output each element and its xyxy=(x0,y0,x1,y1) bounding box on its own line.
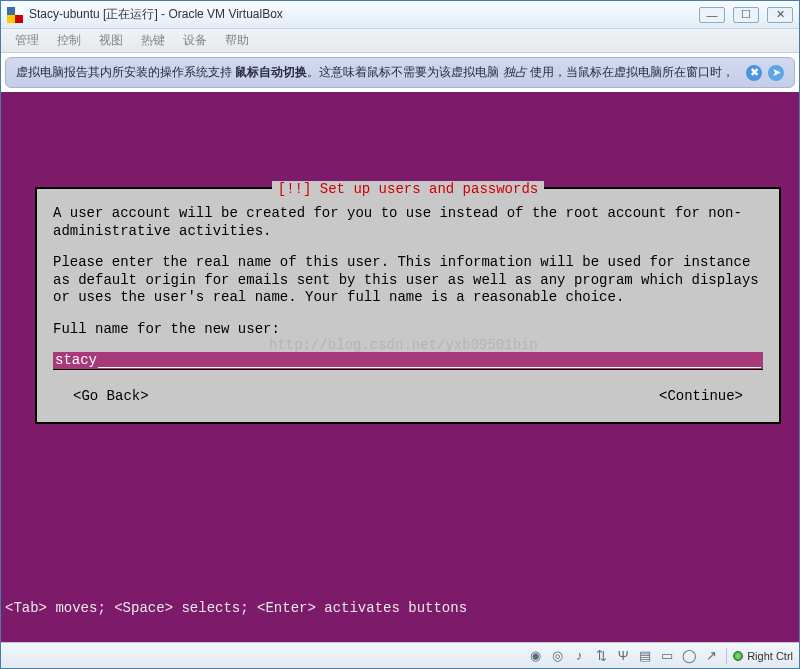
window-title: Stacy-ubuntu [正在运行] - Oracle VM VirtualB… xyxy=(29,6,699,23)
hdd-icon[interactable]: ◉ xyxy=(526,647,544,665)
maximize-button[interactable]: ☐ xyxy=(733,7,759,23)
installer-dialog: [!!] Set up users and passwords A user a… xyxy=(35,187,781,424)
menu-view[interactable]: 视图 xyxy=(91,30,131,51)
banner-info-icon[interactable]: ➤ xyxy=(768,65,784,81)
virtualbox-icon xyxy=(7,7,23,23)
menubar: 管理 控制 视图 热键 设备 帮助 xyxy=(1,29,799,53)
banner-prefix: 虚拟电脑报告其内所安装的操作系统支持 xyxy=(16,65,235,79)
audio-icon[interactable]: ♪ xyxy=(570,647,588,665)
banner-dismiss-icon[interactable]: ✖ xyxy=(746,65,762,81)
titlebar[interactable]: Stacy-ubuntu [正在运行] - Oracle VM VirtualB… xyxy=(1,1,799,29)
banner-mid: 。这意味着鼠标不需要为该虚拟电脑 xyxy=(307,65,502,79)
banner-suffix: 使用，当鼠标在虚拟电脑所在窗口时， xyxy=(527,65,734,79)
menu-manage[interactable]: 管理 xyxy=(7,30,47,51)
menu-control[interactable]: 控制 xyxy=(49,30,89,51)
dialog-title: [!!] Set up users and passwords xyxy=(272,181,544,197)
usb-icon[interactable]: Ψ xyxy=(614,647,632,665)
menu-hotkey[interactable]: 热键 xyxy=(133,30,173,51)
host-key-led-icon xyxy=(733,651,743,661)
menu-devices[interactable]: 设备 xyxy=(175,30,215,51)
host-key-indicator[interactable]: Right Ctrl xyxy=(733,650,793,662)
dialog-paragraph-2: Please enter the real name of this user.… xyxy=(53,254,763,307)
optical-icon[interactable]: ◎ xyxy=(548,647,566,665)
input-underline xyxy=(98,354,761,368)
fullname-value: stacy xyxy=(55,352,97,370)
menu-help[interactable]: 帮助 xyxy=(217,30,257,51)
display-icon[interactable]: ▭ xyxy=(658,647,676,665)
status-separator xyxy=(726,648,727,664)
fullname-input[interactable]: stacy xyxy=(53,352,763,370)
go-back-button[interactable]: <Go Back> xyxy=(73,388,149,406)
minimize-button[interactable]: — xyxy=(699,7,725,23)
mouse-integration-icon[interactable]: ↗ xyxy=(702,647,720,665)
continue-button[interactable]: <Continue> xyxy=(659,388,743,406)
shared-folder-icon[interactable]: ▤ xyxy=(636,647,654,665)
recording-icon[interactable]: ◯ xyxy=(680,647,698,665)
network-icon[interactable]: ⇅ xyxy=(592,647,610,665)
host-key-label: Right Ctrl xyxy=(747,650,793,662)
key-hint: <Tab> moves; <Space> selects; <Enter> ac… xyxy=(5,600,467,616)
dialog-prompt: Full name for the new user: xyxy=(53,321,763,339)
dialog-paragraph-1: A user account will be created for you t… xyxy=(53,205,763,240)
banner-italic: 独占 xyxy=(503,65,527,79)
statusbar: ◉ ◎ ♪ ⇅ Ψ ▤ ▭ ◯ ↗ Right Ctrl xyxy=(1,642,799,668)
window-controls: — ☐ ✕ xyxy=(699,7,793,23)
guest-display[interactable]: [!!] Set up users and passwords A user a… xyxy=(1,92,799,642)
virtualbox-window: Stacy-ubuntu [正在运行] - Oracle VM VirtualB… xyxy=(0,0,800,669)
close-button[interactable]: ✕ xyxy=(767,7,793,23)
mouse-integration-banner: 虚拟电脑报告其内所安装的操作系统支持 鼠标自动切换。这意味着鼠标不需要为该虚拟电… xyxy=(5,57,795,88)
banner-bold: 鼠标自动切换 xyxy=(235,65,307,79)
